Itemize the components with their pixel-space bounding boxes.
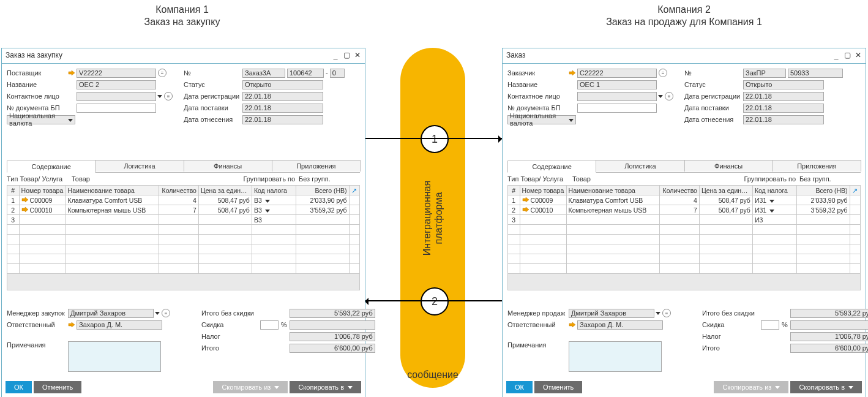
link-arrow-icon[interactable] bbox=[68, 70, 75, 76]
cell-qty[interactable]: 7 bbox=[659, 205, 699, 215]
table-row[interactable]: 2C00010Компьютерная мышь USB7508,47 рубB… bbox=[7, 205, 360, 215]
cell-code[interactable]: C00010 bbox=[19, 205, 65, 215]
contact-field[interactable] bbox=[77, 92, 156, 101]
discount-pct-field[interactable] bbox=[761, 320, 779, 330]
group-field[interactable]: Без групп. bbox=[799, 175, 861, 183]
responsible-field[interactable]: Захаров Д. М. bbox=[577, 320, 663, 330]
no-series-field[interactable]: ЗакПР bbox=[743, 69, 786, 78]
info-icon[interactable]: ≡ bbox=[665, 92, 673, 100]
cell-tax[interactable]: B3 bbox=[252, 195, 296, 205]
info-icon[interactable]: ≡ bbox=[164, 92, 173, 100]
cell-tax[interactable]: И31 bbox=[752, 205, 796, 215]
contact-field[interactable] bbox=[577, 92, 657, 101]
cell-qty[interactable]: 7 bbox=[159, 205, 198, 215]
table-row[interactable]: 3И3 bbox=[508, 215, 861, 225]
tab-contents[interactable]: Содержание bbox=[7, 161, 95, 173]
titlebar[interactable]: Заказ на закупку _ ▢ ✕ bbox=[2, 48, 365, 64]
info-icon[interactable]: ≡ bbox=[659, 69, 667, 77]
chevron-down-icon[interactable] bbox=[769, 210, 774, 213]
table-row[interactable]: 1C00009Клавиатура Comfort USB4508,47 руб… bbox=[508, 195, 861, 205]
postdate-field[interactable]: 22.01.18 bbox=[242, 115, 323, 124]
cell-price[interactable] bbox=[198, 215, 252, 225]
items-table[interactable]: # Номер товара Наименование товара Колич… bbox=[507, 185, 861, 274]
close-icon[interactable]: ✕ bbox=[354, 51, 361, 59]
delivdate-field[interactable]: 22.01.18 bbox=[242, 104, 323, 113]
chevron-down-icon[interactable] bbox=[769, 200, 774, 203]
expand-icon[interactable]: ↗ bbox=[349, 186, 359, 195]
col-qty[interactable]: Количество bbox=[659, 186, 699, 195]
cell-code[interactable]: C00010 bbox=[520, 205, 566, 215]
info-icon[interactable]: ≡ bbox=[162, 309, 170, 317]
manager-field[interactable]: Дмитрий Захаров bbox=[569, 309, 654, 318]
postdate-field[interactable]: 22.01.18 bbox=[743, 115, 824, 124]
table-row[interactable] bbox=[508, 244, 861, 254]
tab-attachments[interactable]: Приложения bbox=[272, 160, 361, 172]
type-field[interactable]: Товар bbox=[72, 175, 163, 183]
info-icon[interactable]: ≡ bbox=[662, 309, 671, 317]
name-field[interactable]: OEC 1 bbox=[577, 80, 657, 89]
copy-to-button[interactable]: Скопировать в bbox=[290, 381, 361, 393]
regdate-field[interactable]: 22.01.18 bbox=[242, 92, 323, 101]
table-row[interactable]: 1C00009Клавиатура Comfort USB4508,47 руб… bbox=[7, 195, 360, 205]
no-num-field[interactable]: 100642 bbox=[287, 69, 324, 78]
chevron-down-icon[interactable] bbox=[155, 312, 160, 315]
minimize-icon[interactable]: _ bbox=[832, 51, 840, 59]
col-idx[interactable]: # bbox=[7, 186, 20, 195]
cancel-button[interactable]: Отменить bbox=[34, 381, 81, 393]
no-series-field[interactable]: Заказ3А bbox=[242, 69, 285, 78]
bp-doc-field[interactable] bbox=[577, 104, 657, 113]
type-field[interactable]: Товар bbox=[572, 175, 664, 183]
maximize-icon[interactable]: ▢ bbox=[343, 51, 350, 59]
cell-total[interactable] bbox=[296, 215, 349, 225]
tab-logistics[interactable]: Логистика bbox=[95, 160, 184, 172]
cell-name[interactable]: Компьютерная мышь USB bbox=[65, 205, 159, 215]
col-tax[interactable]: Код налога bbox=[752, 186, 796, 195]
cell-tax[interactable]: И31 bbox=[752, 195, 796, 205]
col-idx[interactable]: # bbox=[508, 186, 520, 195]
link-arrow-icon[interactable] bbox=[522, 206, 529, 213]
cell-name[interactable]: Клавиатура Comfort USB bbox=[566, 195, 659, 205]
responsible-field[interactable]: Захаров Д. М. bbox=[77, 320, 162, 330]
table-scroll-area[interactable] bbox=[7, 274, 360, 290]
tab-contents[interactable]: Содержание bbox=[507, 161, 596, 173]
cell-qty[interactable]: 4 bbox=[659, 195, 699, 205]
link-arrow-icon[interactable] bbox=[522, 197, 529, 203]
table-row[interactable] bbox=[7, 264, 360, 274]
cell-qty[interactable]: 4 bbox=[159, 195, 198, 205]
delivdate-field[interactable]: 22.01.18 bbox=[743, 104, 824, 113]
manager-field[interactable]: Дмитрий Захаров bbox=[68, 309, 154, 318]
table-scroll-area[interactable] bbox=[507, 274, 861, 290]
table-row[interactable] bbox=[7, 225, 360, 235]
regdate-field[interactable]: 22.01.18 bbox=[743, 92, 824, 101]
cell-total[interactable]: 3'559,32 руб bbox=[296, 205, 349, 215]
tab-finance[interactable]: Финансы bbox=[184, 160, 272, 172]
col-code[interactable]: Номер товара bbox=[19, 186, 65, 195]
titlebar[interactable]: Заказ _ ▢ ✕ bbox=[503, 48, 866, 64]
cell-total[interactable] bbox=[796, 215, 850, 225]
cell-qty[interactable] bbox=[159, 215, 198, 225]
ok-button[interactable]: ОК bbox=[506, 381, 533, 393]
group-field[interactable]: Без групп. bbox=[299, 175, 360, 183]
tab-attachments[interactable]: Приложения bbox=[773, 160, 861, 172]
cell-code[interactable]: C00009 bbox=[19, 195, 65, 205]
table-row[interactable]: 3B3 bbox=[7, 215, 360, 225]
cell-price[interactable]: 508,47 руб bbox=[198, 205, 252, 215]
col-tax[interactable]: Код налога bbox=[252, 186, 296, 195]
no-num-field[interactable]: 50933 bbox=[788, 69, 843, 78]
no-sub-field[interactable]: 0 bbox=[330, 69, 345, 78]
currency-dropdown[interactable]: Национальная валюта bbox=[7, 115, 75, 124]
col-code[interactable]: Номер товара bbox=[520, 186, 566, 195]
supplier-field[interactable]: V22222 bbox=[77, 69, 156, 78]
table-row[interactable] bbox=[508, 264, 861, 274]
copy-from-button[interactable]: Скопировать из bbox=[213, 381, 288, 393]
col-name[interactable]: Наименование товара bbox=[65, 186, 159, 195]
cell-price[interactable] bbox=[699, 215, 752, 225]
cancel-button[interactable]: Отменить bbox=[534, 381, 582, 393]
link-arrow-icon[interactable] bbox=[68, 322, 75, 328]
copy-to-button[interactable]: Скопировать в bbox=[790, 381, 862, 393]
status-field[interactable]: Открыто bbox=[242, 80, 323, 89]
notes-field[interactable] bbox=[569, 341, 662, 372]
expand-icon[interactable]: ↗ bbox=[850, 186, 860, 195]
cell-total[interactable]: 2'033,90 руб bbox=[296, 195, 349, 205]
minimize-icon[interactable]: _ bbox=[332, 51, 339, 59]
